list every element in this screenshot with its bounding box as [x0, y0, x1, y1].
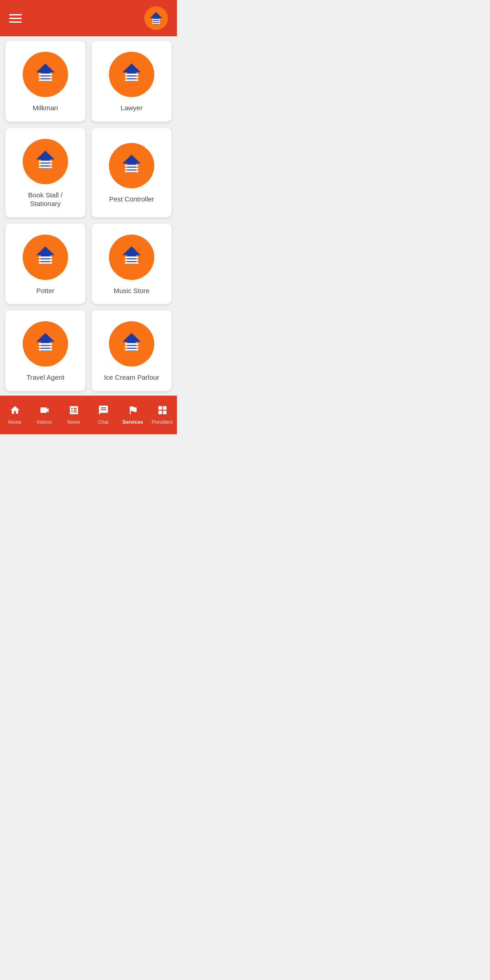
svg-rect-2	[152, 21, 160, 22]
svg-marker-24	[122, 246, 141, 264]
service-label: Book Stall / Stationary	[28, 191, 63, 208]
nav-label-news: News	[68, 419, 80, 425]
service-icon	[118, 60, 146, 88]
nav-item-chat[interactable]: Chat	[88, 396, 118, 434]
service-card-pest-controller[interactable]: Pest Controller	[92, 128, 172, 217]
nav-item-providers[interactable]: Providers	[147, 396, 177, 434]
svg-marker-8	[122, 64, 141, 81]
svg-rect-18	[125, 168, 138, 170]
svg-rect-3	[152, 23, 160, 24]
nav-label-videos: Videos	[37, 419, 52, 425]
svg-rect-22	[39, 259, 52, 261]
grid-icon	[157, 405, 168, 417]
svg-marker-4	[36, 64, 55, 81]
service-icon	[118, 152, 146, 180]
svg-rect-13	[39, 161, 52, 162]
svg-rect-14	[39, 163, 52, 165]
svg-rect-6	[39, 76, 52, 78]
service-icon-circle	[109, 321, 154, 367]
service-card-milkman[interactable]: Milkman	[5, 41, 85, 122]
svg-rect-30	[39, 346, 52, 348]
nav-label-chat: Chat	[98, 419, 108, 425]
service-icon-circle	[109, 143, 154, 188]
nav-item-services[interactable]: Services	[118, 396, 147, 434]
service-icon	[118, 330, 146, 358]
chat-icon	[98, 405, 109, 417]
nav-item-videos[interactable]: Videos	[29, 396, 59, 434]
service-icon	[31, 147, 59, 176]
svg-rect-1	[152, 19, 160, 20]
service-icon-circle	[109, 52, 154, 97]
service-card-book-stall-stationary[interactable]: Book Stall / Stationary	[5, 128, 85, 217]
svg-rect-17	[125, 165, 138, 167]
service-label: Travel Agent	[26, 373, 64, 382]
news-icon	[69, 405, 79, 417]
service-card-ice-cream-parlour[interactable]: Ice Cream Parlour	[92, 310, 172, 391]
video-icon	[39, 405, 50, 417]
nav-item-home[interactable]: Home	[0, 396, 29, 434]
svg-marker-20	[36, 246, 55, 264]
svg-rect-31	[39, 349, 52, 351]
service-icon	[31, 330, 59, 358]
service-icon	[118, 243, 146, 271]
svg-rect-10	[125, 76, 138, 78]
nav-label-providers: Providers	[152, 419, 172, 425]
svg-rect-25	[125, 256, 138, 258]
service-icon-circle	[23, 235, 68, 280]
service-icon-circle	[23, 52, 68, 97]
service-label: Potter	[36, 286, 54, 295]
svg-rect-11	[125, 79, 138, 81]
svg-rect-9	[125, 74, 138, 75]
svg-marker-12	[36, 151, 55, 168]
service-label: Lawyer	[121, 103, 142, 113]
services-content: Milkman Lawyer Book Stall / Stationary	[0, 36, 177, 396]
svg-rect-5	[39, 74, 52, 75]
bottom-nav: HomeVideosNewsChatServicesProviders	[0, 396, 177, 434]
service-label: Music Store	[113, 286, 149, 295]
service-label: Ice Cream Parlour	[104, 373, 159, 382]
service-card-travel-agent[interactable]: Travel Agent	[5, 310, 85, 391]
svg-rect-35	[125, 349, 138, 351]
services-grid: Milkman Lawyer Book Stall / Stationary	[5, 41, 172, 391]
svg-rect-27	[125, 262, 138, 264]
nav-label-services: Services	[122, 419, 143, 425]
svg-rect-26	[125, 259, 138, 261]
flag-icon	[127, 405, 138, 417]
svg-rect-15	[39, 166, 52, 168]
svg-rect-33	[125, 343, 138, 345]
nav-item-news[interactable]: News	[59, 396, 88, 434]
service-icon-circle	[23, 321, 68, 367]
svg-marker-32	[122, 333, 141, 351]
service-icon-circle	[23, 139, 68, 184]
service-card-potter[interactable]: Potter	[5, 224, 85, 304]
header-logo-icon	[148, 10, 164, 26]
svg-marker-0	[150, 12, 162, 24]
svg-rect-7	[39, 79, 52, 81]
home-icon	[10, 405, 20, 417]
svg-marker-28	[36, 333, 55, 351]
svg-rect-29	[39, 343, 52, 345]
svg-marker-16	[122, 155, 141, 172]
service-icon	[31, 60, 59, 88]
header-logo-button[interactable]	[144, 6, 168, 30]
app-header	[0, 0, 177, 36]
service-label: Milkman	[33, 103, 58, 113]
service-icon-circle	[109, 235, 154, 280]
menu-button[interactable]	[9, 14, 22, 23]
service-label: Pest Controller	[109, 195, 154, 204]
service-card-music-store[interactable]: Music Store	[92, 224, 172, 304]
service-card-lawyer[interactable]: Lawyer	[92, 41, 172, 122]
svg-rect-23	[39, 262, 52, 264]
nav-label-home: Home	[8, 419, 21, 425]
service-icon	[31, 243, 59, 271]
svg-rect-19	[125, 171, 138, 172]
svg-rect-21	[39, 256, 52, 258]
svg-rect-34	[125, 346, 138, 348]
